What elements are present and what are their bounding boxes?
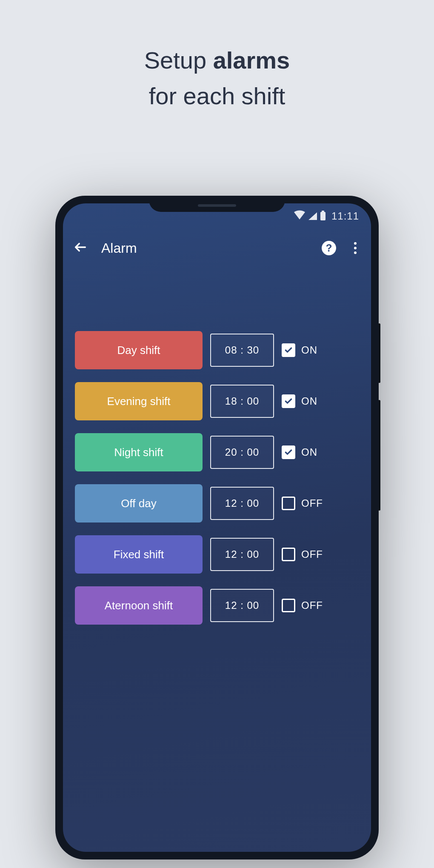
checkbox-unchecked-icon [282, 497, 295, 510]
checkbox-checked-icon [282, 394, 295, 408]
promo-line2: for each shift [0, 78, 434, 114]
promo-line1-b: alarms [213, 47, 290, 74]
toggle-state-label: OFF [301, 600, 323, 611]
alarm-row: Evening shift18 : 00ON [75, 382, 359, 420]
alarm-toggle[interactable]: ON [282, 445, 337, 459]
toggle-state-label: OFF [301, 497, 323, 509]
overflow-menu-button[interactable] [350, 240, 361, 257]
alarm-row: Night shift20 : 00ON [75, 433, 359, 471]
status-time: 11:11 [331, 210, 359, 222]
alarm-toggle[interactable]: OFF [282, 548, 337, 561]
page-title: Alarm [101, 240, 308, 256]
checkbox-checked-icon [282, 445, 295, 459]
shift-chip[interactable]: Evening shift [75, 382, 203, 420]
alarm-toggle[interactable]: ON [282, 394, 337, 408]
status-bar: 11:11 [63, 203, 371, 229]
help-button[interactable]: ? [322, 241, 336, 255]
help-icon: ? [326, 242, 332, 254]
promo-line1-a: Setup [144, 47, 213, 74]
shift-chip[interactable]: Day shift [75, 331, 203, 369]
alarm-time-field[interactable]: 12 : 00 [210, 487, 274, 520]
alarm-toggle[interactable]: OFF [282, 599, 337, 612]
alarm-time-field[interactable]: 12 : 00 [210, 589, 274, 622]
toggle-state-label: ON [301, 395, 317, 407]
alarm-row: Fixed shift12 : 00OFF [75, 535, 359, 574]
alarm-time-field[interactable]: 08 : 30 [210, 334, 274, 367]
wifi-icon [294, 210, 305, 222]
toggle-state-label: ON [301, 344, 317, 356]
alarm-row: Off day12 : 00OFF [75, 484, 359, 523]
alarm-toggle[interactable]: OFF [282, 497, 337, 510]
app-bar: Alarm ? [63, 229, 371, 267]
alarm-list: Day shift08 : 30ONEvening shift18 : 00ON… [63, 267, 371, 625]
shift-chip[interactable]: Night shift [75, 433, 203, 471]
alarm-time-field[interactable]: 18 : 00 [210, 385, 274, 418]
phone-frame: 11:11 Alarm ? Day shift08 : 30ONEvening … [55, 196, 379, 859]
toggle-state-label: ON [301, 446, 317, 458]
shift-chip[interactable]: Fixed shift [75, 535, 203, 574]
phone-speaker [198, 204, 236, 207]
alarm-time-field[interactable]: 20 : 00 [210, 436, 274, 469]
back-button[interactable] [73, 240, 88, 256]
alarm-toggle[interactable]: ON [282, 343, 337, 357]
shift-chip[interactable]: Off day [75, 484, 203, 523]
alarm-row: Aternoon shift12 : 00OFF [75, 586, 359, 625]
alarm-row: Day shift08 : 30ON [75, 331, 359, 369]
alarm-time-field[interactable]: 12 : 00 [210, 538, 274, 571]
battery-icon [320, 212, 326, 220]
shift-chip[interactable]: Aternoon shift [75, 586, 203, 625]
signal-icon [308, 212, 317, 220]
checkbox-checked-icon [282, 343, 295, 357]
checkbox-unchecked-icon [282, 599, 295, 612]
toggle-state-label: OFF [301, 548, 323, 560]
app-screen: 11:11 Alarm ? Day shift08 : 30ONEvening … [63, 203, 371, 852]
checkbox-unchecked-icon [282, 548, 295, 561]
promo-heading: Setup alarms for each shift [0, 0, 434, 114]
